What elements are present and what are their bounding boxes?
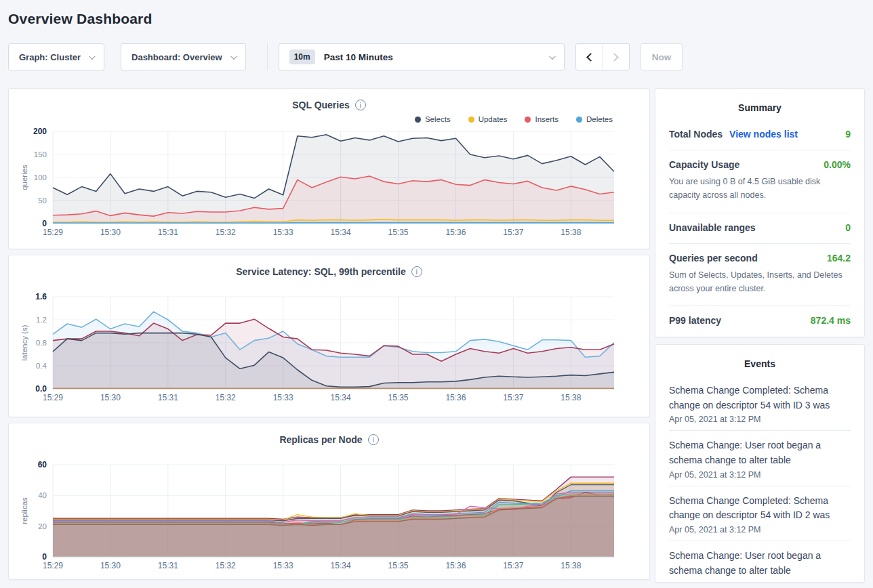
svg-text:40: 40 [38,491,47,499]
summary-panel-title: Summary [669,98,851,120]
summary-metric-value: 0.00% [824,159,851,170]
info-icon[interactable]: i [411,266,422,277]
legend-label: Deletes [586,115,613,123]
svg-text:15:33: 15:33 [273,561,293,570]
chevron-down-icon [89,53,96,60]
event-item: Schema Change: User root began a schema … [669,541,851,583]
svg-text:15:37: 15:37 [503,561,523,570]
summary-metric-row: Total NodesView nodes list9 [669,120,851,150]
svg-text:15:35: 15:35 [388,393,409,402]
time-range-selector[interactable]: 10m Past 10 Minutes [279,43,565,70]
graph-scope-label: Graph: Cluster [19,52,81,62]
svg-text:15:31: 15:31 [158,228,178,237]
chevron-right-icon [610,53,619,62]
dashboard-toolbar: Graph: Cluster Dashboard: Overview 10m P… [8,43,865,70]
sql-queries-chart-card: SQL QueriesiSelectsUpdatesInsertsDeletes… [8,88,650,249]
summary-metric-row: Capacity Usage0.00%You are using 0 B of … [669,150,851,213]
replicas-per-node-chart-card: Replicas per Nodei020406015:2915:3015:31… [8,423,650,580]
time-range-label: Past 10 Minutes [324,52,393,62]
summary-metric-description: You are using 0 B of 4.5 GiB usable disk… [669,175,851,203]
chart-title: Service Latency: SQL, 99th percentile [236,266,406,277]
legend-label: Selects [425,115,451,123]
now-button[interactable]: Now [641,43,683,70]
time-range-badge: 10m [289,49,315,64]
next-time-window-button[interactable] [603,44,629,70]
chart-legend: SelectsUpdatesInsertsDeletes [18,112,641,126]
dashboard-dropdown[interactable]: Dashboard: Overview [121,43,246,70]
svg-text:1.6: 1.6 [35,292,47,301]
svg-text:queries: queries [20,165,28,190]
summary-panel: Summary Total NodesView nodes list9Capac… [655,88,865,337]
dashboard-content: SQL QueriesiSelectsUpdatesInsertsDeletes… [8,88,865,583]
svg-text:replicas: replicas [20,497,28,524]
svg-text:15:36: 15:36 [445,561,466,570]
chevron-down-icon [230,53,237,60]
summary-metric-row: Queries per second164.2Sum of Selects, U… [669,244,851,307]
info-icon[interactable]: i [355,100,366,110]
legend-item[interactable]: Selects [415,115,451,123]
svg-text:15:34: 15:34 [331,393,351,402]
graph-scope-dropdown[interactable]: Graph: Cluster [8,43,104,70]
summary-metric-value: 164.2 [827,253,851,264]
event-item: Schema Change Completed: Schema change o… [669,376,851,431]
event-item: Schema Change: User root began a schema … [669,431,851,486]
svg-text:latency (s): latency (s) [20,324,28,360]
event-message: Schema Change: User root began a schema … [669,438,851,467]
summary-metric-label: Total Nodes [669,129,723,140]
service-latency-sql-99th-percentile-plot[interactable]: 0.00.40.81.21.615:2915:3015:3115:3215:33… [18,291,642,405]
svg-text:0.0: 0.0 [35,384,47,394]
legend-item[interactable]: Updates [468,115,508,123]
svg-text:50: 50 [38,196,47,205]
svg-text:100: 100 [34,173,47,182]
svg-text:15:29: 15:29 [43,228,63,237]
dashboard-dropdown-label: Dashboard: Overview [131,52,222,62]
sql-queries-plot[interactable]: 05010015020015:2915:3015:3115:3215:3315:… [18,126,642,240]
legend-dot-icon [415,117,421,123]
service-latency-chart-card: Service Latency: SQL, 99th percentilei0.… [8,255,650,417]
svg-text:15:31: 15:31 [158,393,178,402]
page-title: Overview Dashboard [8,11,865,27]
event-timestamp: Apr 05, 2021 at 3:12 PM [669,470,851,480]
replicas-per-node-plot[interactable]: 020406015:2915:3015:3115:3215:3315:3415:… [18,459,642,573]
summary-metric-row: P99 latency872.4 ms [669,306,851,336]
summary-metric-value: 872.4 ms [811,315,851,326]
chart-title: SQL Queries [292,100,350,110]
previous-time-window-button[interactable] [576,44,603,70]
view-nodes-list-link[interactable]: View nodes list [729,129,798,140]
chevron-left-icon [586,53,595,62]
summary-metric-label: P99 latency [669,315,721,326]
svg-text:15:32: 15:32 [216,228,236,237]
events-panel-title: Events [669,354,851,376]
svg-text:15:36: 15:36 [445,228,466,237]
svg-text:15:34: 15:34 [331,228,351,237]
overview-dashboard-page: Overview Dashboard Graph: Cluster Dashbo… [0,0,873,588]
svg-text:15:32: 15:32 [216,561,236,570]
legend-item[interactable]: Deletes [576,115,613,123]
svg-text:15:36: 15:36 [445,393,466,402]
svg-text:150: 150 [34,150,47,159]
svg-text:15:35: 15:35 [388,561,409,570]
legend-dot-icon [576,117,582,123]
svg-text:0.4: 0.4 [36,362,47,370]
legend-dot-icon [525,117,531,123]
event-timestamp: Apr 05, 2021 at 3:12 PM [669,415,851,424]
summary-metric-value: 9 [845,129,851,140]
chevron-down-icon [549,53,556,60]
svg-text:15:37: 15:37 [503,393,523,402]
event-message: Schema Change Completed: Schema change o… [669,494,851,523]
svg-text:15:38: 15:38 [561,393,581,402]
svg-text:15:32: 15:32 [216,393,236,402]
event-item: Schema Change Completed: Schema change o… [669,486,851,541]
event-message: Schema Change: User root began a schema … [669,549,851,578]
svg-text:200: 200 [33,127,47,136]
svg-text:0.8: 0.8 [36,339,47,347]
event-message: Schema Change Completed: Schema change o… [669,383,851,413]
info-icon[interactable]: i [368,434,379,445]
toolbar-divider [267,43,268,70]
summary-metric-label: Capacity Usage [669,159,739,170]
event-timestamp: Apr 05, 2021 at 3:11 PM [669,581,851,583]
svg-text:15:37: 15:37 [503,228,523,237]
svg-text:15:30: 15:30 [100,393,121,402]
svg-text:15:29: 15:29 [43,393,63,402]
legend-item[interactable]: Inserts [525,115,559,123]
